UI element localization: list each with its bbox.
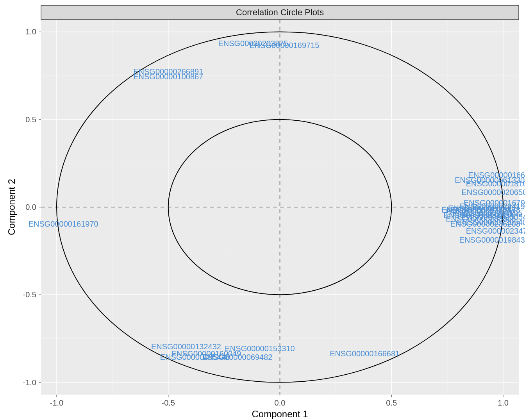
gene-label: ENSG00000198431 — [459, 236, 525, 244]
correlation-circle-plot: ENSG00000161970ENSG00000266891ENSG000001… — [0, 0, 525, 420]
gene-label: ENSG00000961330 — [455, 176, 525, 184]
gene-label: ENSG00000236203 — [450, 220, 520, 228]
x-tick-label: 0.0 — [275, 399, 286, 407]
gene-label: ENSG00000100867 — [133, 72, 203, 81]
plot-title: Correlation Circle Plots — [236, 7, 324, 17]
gene-label: ENSG00000227801 — [441, 206, 511, 214]
y-tick-label: 0.5 — [25, 115, 36, 124]
x-tick-label: -0.5 — [162, 399, 175, 407]
y-tick-label: 1.0 — [25, 27, 36, 36]
y-tick-label: 0.0 — [25, 203, 36, 211]
x-tick-label: 0.5 — [386, 399, 397, 407]
chart-svg: ENSG00000161970ENSG00000266891ENSG000001… — [0, 0, 525, 420]
gene-label: ENSG00000169715 — [249, 41, 319, 50]
x-tick-label: 1.0 — [498, 399, 509, 407]
gene-label: ENSG00000161970 — [29, 220, 98, 228]
x-tick-label: -1.0 — [50, 399, 63, 407]
y-axis-title: Component 2 — [6, 179, 17, 235]
y-tick-label: -1.0 — [23, 378, 36, 387]
gene-label: ENSG00000069482 — [202, 353, 272, 361]
gene-label: ENSG00000206503 — [461, 188, 525, 197]
gene-label: ENSG00000166681 — [330, 349, 400, 358]
gene-label: ENSG00000153310 — [225, 344, 295, 353]
y-tick-label: -0.5 — [23, 290, 36, 299]
x-axis-title: Component 1 — [252, 409, 308, 419]
